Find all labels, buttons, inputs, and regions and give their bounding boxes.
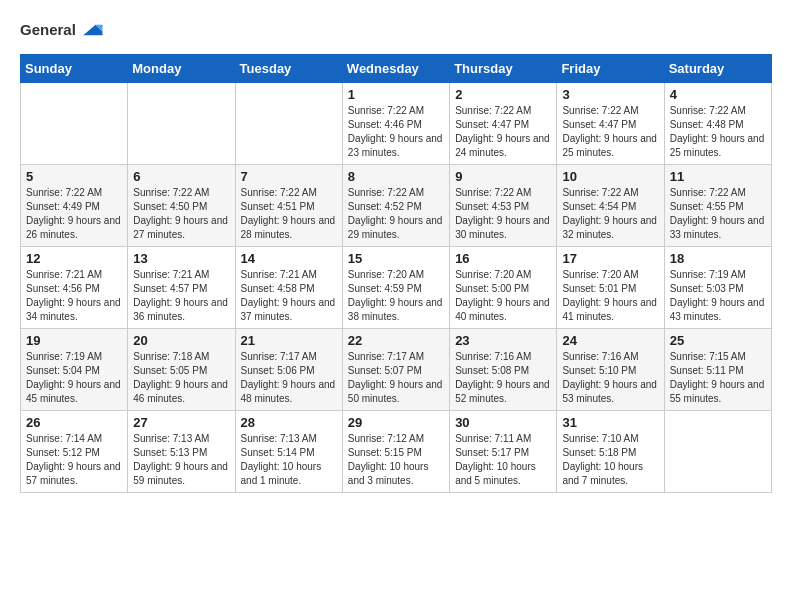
day-number: 13 <box>133 251 229 266</box>
day-header: Saturday <box>664 55 771 83</box>
day-number: 28 <box>241 415 337 430</box>
day-header: Friday <box>557 55 664 83</box>
day-number: 16 <box>455 251 551 266</box>
day-header: Sunday <box>21 55 128 83</box>
calendar-cell <box>128 83 235 165</box>
day-number: 21 <box>241 333 337 348</box>
calendar-cell <box>21 83 128 165</box>
day-info: Sunrise: 7:11 AMSunset: 5:17 PMDaylight:… <box>455 432 551 488</box>
day-info: Sunrise: 7:21 AMSunset: 4:57 PMDaylight:… <box>133 268 229 324</box>
day-info: Sunrise: 7:13 AMSunset: 5:13 PMDaylight:… <box>133 432 229 488</box>
day-header: Monday <box>128 55 235 83</box>
day-number: 2 <box>455 87 551 102</box>
day-number: 26 <box>26 415 122 430</box>
day-info: Sunrise: 7:14 AMSunset: 5:12 PMDaylight:… <box>26 432 122 488</box>
day-info: Sunrise: 7:13 AMSunset: 5:14 PMDaylight:… <box>241 432 337 488</box>
calendar-cell: 24Sunrise: 7:16 AMSunset: 5:10 PMDayligh… <box>557 329 664 411</box>
logo-icon <box>78 16 106 44</box>
day-number: 10 <box>562 169 658 184</box>
day-header: Thursday <box>450 55 557 83</box>
calendar-cell: 3Sunrise: 7:22 AMSunset: 4:47 PMDaylight… <box>557 83 664 165</box>
calendar-cell: 9Sunrise: 7:22 AMSunset: 4:53 PMDaylight… <box>450 165 557 247</box>
day-info: Sunrise: 7:22 AMSunset: 4:49 PMDaylight:… <box>26 186 122 242</box>
day-info: Sunrise: 7:16 AMSunset: 5:10 PMDaylight:… <box>562 350 658 406</box>
day-number: 12 <box>26 251 122 266</box>
week-row: 5Sunrise: 7:22 AMSunset: 4:49 PMDaylight… <box>21 165 772 247</box>
calendar-cell: 11Sunrise: 7:22 AMSunset: 4:55 PMDayligh… <box>664 165 771 247</box>
calendar-cell: 17Sunrise: 7:20 AMSunset: 5:01 PMDayligh… <box>557 247 664 329</box>
week-row: 12Sunrise: 7:21 AMSunset: 4:56 PMDayligh… <box>21 247 772 329</box>
day-info: Sunrise: 7:18 AMSunset: 5:05 PMDaylight:… <box>133 350 229 406</box>
day-info: Sunrise: 7:20 AMSunset: 5:01 PMDaylight:… <box>562 268 658 324</box>
calendar-cell <box>235 83 342 165</box>
day-number: 6 <box>133 169 229 184</box>
calendar-cell: 29Sunrise: 7:12 AMSunset: 5:15 PMDayligh… <box>342 411 449 493</box>
week-row: 26Sunrise: 7:14 AMSunset: 5:12 PMDayligh… <box>21 411 772 493</box>
page: General SundayMondayTuesdayWednesdayThur… <box>0 0 792 509</box>
day-info: Sunrise: 7:21 AMSunset: 4:56 PMDaylight:… <box>26 268 122 324</box>
calendar-cell: 10Sunrise: 7:22 AMSunset: 4:54 PMDayligh… <box>557 165 664 247</box>
day-number: 24 <box>562 333 658 348</box>
day-info: Sunrise: 7:22 AMSunset: 4:47 PMDaylight:… <box>455 104 551 160</box>
calendar-cell: 30Sunrise: 7:11 AMSunset: 5:17 PMDayligh… <box>450 411 557 493</box>
calendar-cell: 31Sunrise: 7:10 AMSunset: 5:18 PMDayligh… <box>557 411 664 493</box>
day-info: Sunrise: 7:10 AMSunset: 5:18 PMDaylight:… <box>562 432 658 488</box>
day-info: Sunrise: 7:12 AMSunset: 5:15 PMDaylight:… <box>348 432 444 488</box>
day-info: Sunrise: 7:22 AMSunset: 4:46 PMDaylight:… <box>348 104 444 160</box>
day-info: Sunrise: 7:21 AMSunset: 4:58 PMDaylight:… <box>241 268 337 324</box>
day-info: Sunrise: 7:20 AMSunset: 4:59 PMDaylight:… <box>348 268 444 324</box>
day-number: 31 <box>562 415 658 430</box>
day-number: 8 <box>348 169 444 184</box>
calendar-cell: 12Sunrise: 7:21 AMSunset: 4:56 PMDayligh… <box>21 247 128 329</box>
day-info: Sunrise: 7:22 AMSunset: 4:47 PMDaylight:… <box>562 104 658 160</box>
day-number: 3 <box>562 87 658 102</box>
days-header-row: SundayMondayTuesdayWednesdayThursdayFrid… <box>21 55 772 83</box>
calendar-cell: 13Sunrise: 7:21 AMSunset: 4:57 PMDayligh… <box>128 247 235 329</box>
calendar-cell: 19Sunrise: 7:19 AMSunset: 5:04 PMDayligh… <box>21 329 128 411</box>
logo: General <box>20 16 106 44</box>
day-info: Sunrise: 7:19 AMSunset: 5:03 PMDaylight:… <box>670 268 766 324</box>
day-number: 11 <box>670 169 766 184</box>
calendar-cell: 21Sunrise: 7:17 AMSunset: 5:06 PMDayligh… <box>235 329 342 411</box>
day-info: Sunrise: 7:15 AMSunset: 5:11 PMDaylight:… <box>670 350 766 406</box>
day-info: Sunrise: 7:22 AMSunset: 4:55 PMDaylight:… <box>670 186 766 242</box>
calendar-cell: 8Sunrise: 7:22 AMSunset: 4:52 PMDaylight… <box>342 165 449 247</box>
day-info: Sunrise: 7:22 AMSunset: 4:50 PMDaylight:… <box>133 186 229 242</box>
day-info: Sunrise: 7:22 AMSunset: 4:54 PMDaylight:… <box>562 186 658 242</box>
logo-text: General <box>20 22 76 39</box>
day-info: Sunrise: 7:17 AMSunset: 5:06 PMDaylight:… <box>241 350 337 406</box>
calendar-cell: 16Sunrise: 7:20 AMSunset: 5:00 PMDayligh… <box>450 247 557 329</box>
day-number: 17 <box>562 251 658 266</box>
calendar-cell: 7Sunrise: 7:22 AMSunset: 4:51 PMDaylight… <box>235 165 342 247</box>
day-info: Sunrise: 7:22 AMSunset: 4:53 PMDaylight:… <box>455 186 551 242</box>
day-number: 25 <box>670 333 766 348</box>
day-header: Wednesday <box>342 55 449 83</box>
day-number: 18 <box>670 251 766 266</box>
day-info: Sunrise: 7:22 AMSunset: 4:51 PMDaylight:… <box>241 186 337 242</box>
day-number: 20 <box>133 333 229 348</box>
calendar-cell: 28Sunrise: 7:13 AMSunset: 5:14 PMDayligh… <box>235 411 342 493</box>
day-number: 29 <box>348 415 444 430</box>
calendar: SundayMondayTuesdayWednesdayThursdayFrid… <box>20 54 772 493</box>
calendar-cell: 4Sunrise: 7:22 AMSunset: 4:48 PMDaylight… <box>664 83 771 165</box>
calendar-cell: 18Sunrise: 7:19 AMSunset: 5:03 PMDayligh… <box>664 247 771 329</box>
calendar-cell: 22Sunrise: 7:17 AMSunset: 5:07 PMDayligh… <box>342 329 449 411</box>
header: General <box>20 16 772 44</box>
calendar-cell: 5Sunrise: 7:22 AMSunset: 4:49 PMDaylight… <box>21 165 128 247</box>
day-header: Tuesday <box>235 55 342 83</box>
week-row: 19Sunrise: 7:19 AMSunset: 5:04 PMDayligh… <box>21 329 772 411</box>
day-number: 30 <box>455 415 551 430</box>
day-info: Sunrise: 7:22 AMSunset: 4:48 PMDaylight:… <box>670 104 766 160</box>
calendar-cell: 25Sunrise: 7:15 AMSunset: 5:11 PMDayligh… <box>664 329 771 411</box>
day-number: 1 <box>348 87 444 102</box>
calendar-cell: 6Sunrise: 7:22 AMSunset: 4:50 PMDaylight… <box>128 165 235 247</box>
day-number: 15 <box>348 251 444 266</box>
day-number: 27 <box>133 415 229 430</box>
calendar-cell: 2Sunrise: 7:22 AMSunset: 4:47 PMDaylight… <box>450 83 557 165</box>
calendar-cell: 15Sunrise: 7:20 AMSunset: 4:59 PMDayligh… <box>342 247 449 329</box>
day-number: 19 <box>26 333 122 348</box>
calendar-cell: 20Sunrise: 7:18 AMSunset: 5:05 PMDayligh… <box>128 329 235 411</box>
week-row: 1Sunrise: 7:22 AMSunset: 4:46 PMDaylight… <box>21 83 772 165</box>
calendar-cell: 27Sunrise: 7:13 AMSunset: 5:13 PMDayligh… <box>128 411 235 493</box>
day-number: 23 <box>455 333 551 348</box>
